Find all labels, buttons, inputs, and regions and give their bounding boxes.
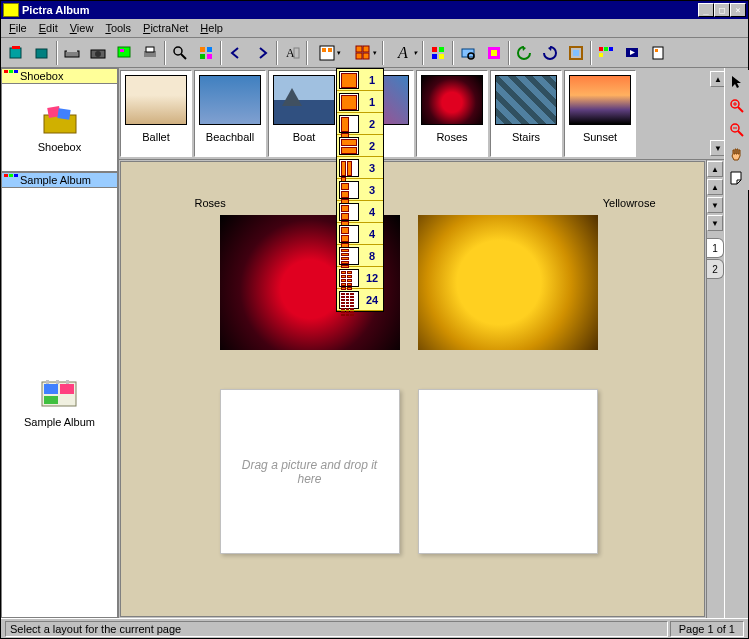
turn-page-tool[interactable] xyxy=(725,166,749,190)
thumb-stairs[interactable]: Stairs xyxy=(490,70,562,157)
effects-button[interactable] xyxy=(482,41,506,65)
photo-slot-4-empty[interactable] xyxy=(418,389,598,554)
svg-rect-44 xyxy=(653,47,663,59)
thumb-beachball[interactable]: Beachball xyxy=(194,70,266,157)
print-button[interactable] xyxy=(138,41,162,65)
layout-count: 1 xyxy=(363,74,381,86)
svg-rect-10 xyxy=(146,47,154,52)
rotate-right-button[interactable] xyxy=(538,41,562,65)
sample-album-item[interactable]: Sample Album xyxy=(1,188,118,618)
text-tool-button[interactable]: A xyxy=(280,41,304,65)
layout-option-3-4[interactable]: 3 xyxy=(337,157,383,179)
find-button[interactable] xyxy=(168,41,192,65)
svg-rect-28 xyxy=(432,54,437,59)
layout-option-24-10[interactable]: 24 xyxy=(337,289,383,311)
page-next[interactable]: ▼ xyxy=(707,197,723,213)
photo-slot-2[interactable]: Yellowrose xyxy=(418,215,598,350)
thumb-image xyxy=(569,75,631,125)
layout-option-12-9[interactable]: 12 xyxy=(337,267,383,289)
svg-line-69 xyxy=(738,131,743,136)
minimize-button[interactable]: _ xyxy=(698,3,714,17)
page-canvas[interactable]: Roses Yellowrose Drag a picture and drop… xyxy=(120,161,705,617)
zoom-button[interactable] xyxy=(456,41,480,65)
layout-dropdown[interactable] xyxy=(346,41,380,65)
layout-option-8-8[interactable]: 8 xyxy=(337,245,383,267)
layout-option-4-7[interactable]: 4 xyxy=(337,223,383,245)
slideshow-button[interactable] xyxy=(620,41,644,65)
page-view-button[interactable] xyxy=(646,41,670,65)
layout-option-3-5[interactable]: 3 xyxy=(337,179,383,201)
svg-rect-13 xyxy=(200,47,205,52)
grid-view-button[interactable] xyxy=(426,41,450,65)
open-button[interactable] xyxy=(30,41,54,65)
svg-rect-16 xyxy=(207,54,212,59)
zoom-in-tool[interactable] xyxy=(725,94,749,118)
layout-option-2-2[interactable]: 2 xyxy=(337,113,383,135)
menu-bar: File Edit View Tools PictraNet Help xyxy=(1,19,748,38)
thumb-label: Sunset xyxy=(583,131,617,143)
pointer-tool[interactable] xyxy=(725,70,749,94)
new-album-button[interactable] xyxy=(4,41,28,65)
thumb-roses[interactable]: Roses xyxy=(416,70,488,157)
zoom-out-tool[interactable] xyxy=(725,118,749,142)
page-tab-2[interactable]: 2 xyxy=(707,259,724,279)
window-title: Pictra Album xyxy=(22,4,698,16)
import-button[interactable] xyxy=(112,41,136,65)
shoebox-item[interactable]: Shoebox xyxy=(1,84,118,172)
menu-file[interactable]: File xyxy=(3,20,33,36)
close-button[interactable]: × xyxy=(730,3,746,17)
thumb-image xyxy=(273,75,335,125)
scanner-button[interactable] xyxy=(60,41,84,65)
redo-button[interactable] xyxy=(250,41,274,65)
thumb-scrollbar: ▲ ▼ xyxy=(708,68,724,159)
layout-count: 2 xyxy=(363,140,381,152)
sort-button[interactable] xyxy=(194,41,218,65)
camera-button[interactable] xyxy=(86,41,110,65)
layout-option-1-1[interactable]: 1 xyxy=(337,91,383,113)
svg-rect-54 xyxy=(14,174,18,177)
menu-view[interactable]: View xyxy=(64,20,100,36)
layout-thumb-icon xyxy=(339,225,359,243)
svg-line-12 xyxy=(181,54,186,59)
menu-edit[interactable]: Edit xyxy=(33,20,64,36)
font-dropdown[interactable]: A xyxy=(386,41,420,65)
thumb-boat[interactable]: Boat xyxy=(268,70,340,157)
maximize-button[interactable]: □ xyxy=(714,3,730,17)
svg-rect-2 xyxy=(36,49,47,58)
toolbar: A A xyxy=(1,38,748,68)
sample-album-header[interactable]: Sample Album xyxy=(1,172,118,188)
sample-album-label: Sample Album xyxy=(24,416,95,428)
grid-icon xyxy=(4,174,18,186)
svg-rect-15 xyxy=(200,54,205,59)
rotate-left-button[interactable] xyxy=(512,41,536,65)
frame-button[interactable] xyxy=(564,41,588,65)
page-style-dropdown[interactable] xyxy=(310,41,344,65)
shoebox-header[interactable]: Shoebox xyxy=(1,68,118,84)
undo-button[interactable] xyxy=(224,41,248,65)
svg-rect-39 xyxy=(604,47,608,51)
page-prev[interactable]: ▲ xyxy=(707,179,723,195)
page-first[interactable]: ▲ xyxy=(707,161,723,177)
caption-roses: Roses xyxy=(195,197,226,209)
svg-rect-23 xyxy=(363,46,369,52)
menu-pictranet[interactable]: PictraNet xyxy=(137,20,194,36)
page-tab-1[interactable]: 1 xyxy=(707,238,724,258)
layout-option-4-6[interactable]: 4 xyxy=(337,201,383,223)
thumb-ballet[interactable]: Ballet xyxy=(120,70,192,157)
right-toolbar xyxy=(724,68,748,618)
menu-help[interactable]: Help xyxy=(194,20,229,36)
menu-tools[interactable]: Tools xyxy=(99,20,137,36)
layout-count: 3 xyxy=(363,162,381,174)
thumbnails-button[interactable] xyxy=(594,41,618,65)
svg-rect-46 xyxy=(4,70,8,73)
hand-tool[interactable] xyxy=(725,142,749,166)
thumb-label: Ballet xyxy=(142,131,170,143)
page-last[interactable]: ▼ xyxy=(707,215,723,231)
svg-rect-22 xyxy=(356,46,362,52)
thumb-label: Beachball xyxy=(206,131,254,143)
photo-slot-3-empty[interactable]: Drag a picture and drop it here xyxy=(220,389,400,554)
layout-option-2-3[interactable]: 2 xyxy=(337,135,383,157)
layout-option-1-0[interactable]: 1 xyxy=(337,69,383,91)
thumb-sunset[interactable]: Sunset xyxy=(564,70,636,157)
thumb-image xyxy=(495,75,557,125)
